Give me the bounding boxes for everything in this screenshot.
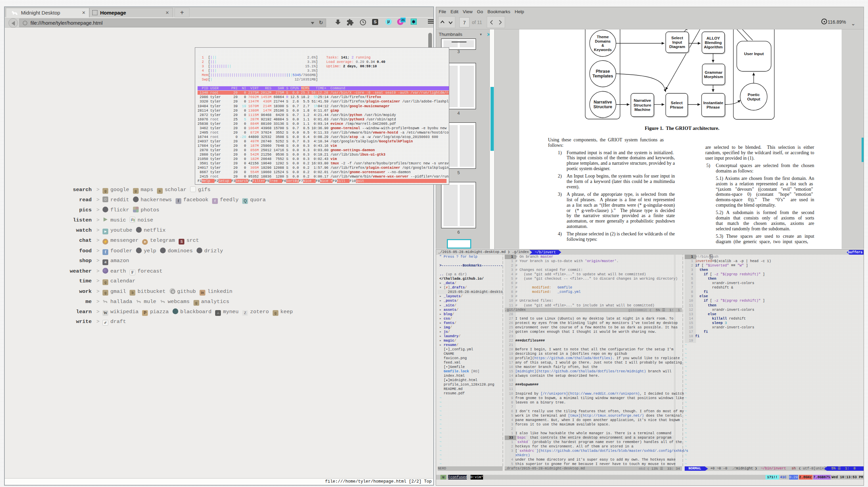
svg-text:Structure: Structure <box>593 105 612 109</box>
svg-text:Output: Output <box>747 97 760 101</box>
svg-text:Keywords: Keywords <box>594 48 612 52</box>
svg-text:Diagram: Diagram <box>669 44 685 49</box>
svg-text:Narrative: Narrative <box>634 98 651 103</box>
svg-text:Algorithm: Algorithm <box>704 45 723 49</box>
svg-text:Phrase: Phrase <box>707 105 720 110</box>
svg-text:Select: Select <box>671 100 683 105</box>
svg-text:Poetic: Poetic <box>748 92 760 97</box>
svg-text:Blending: Blending <box>705 40 722 45</box>
svg-text:Templates: Templates <box>593 74 613 78</box>
svg-text:Phrase: Phrase <box>670 105 684 110</box>
svg-text:Select: Select <box>671 36 683 40</box>
svg-text:Machine: Machine <box>634 107 650 112</box>
svg-text:Domains: Domains <box>595 39 611 43</box>
svg-text:Phrase: Phrase <box>596 69 610 74</box>
svg-text:User Input: User Input <box>744 51 764 56</box>
svg-text:Grammar: Grammar <box>705 70 723 75</box>
svg-text:Input: Input <box>672 40 682 45</box>
svg-text:Narrative: Narrative <box>594 100 612 105</box>
svg-text:Theme: Theme <box>597 35 609 39</box>
svg-text:Instantiate: Instantiate <box>703 100 723 105</box>
svg-text:Structure: Structure <box>634 103 652 108</box>
svg-text:&: & <box>601 43 604 47</box>
svg-text:Morphism: Morphism <box>704 74 723 79</box>
svg-text:ALLOY: ALLOY <box>707 36 720 41</box>
